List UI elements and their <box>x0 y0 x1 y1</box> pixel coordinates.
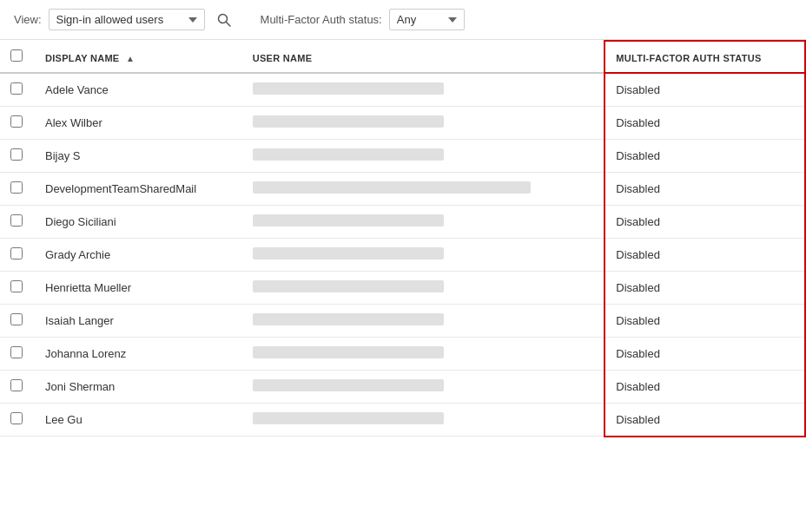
mfa-status-cell: Disabled <box>604 338 805 371</box>
display-name-cell: DevelopmentTeamSharedMail <box>35 173 242 206</box>
row-checkbox-cell <box>0 338 35 371</box>
username-blurred <box>253 379 444 391</box>
mfa-status-cell: Disabled <box>604 73 805 107</box>
mfa-status-cell: Disabled <box>604 107 805 140</box>
mfa-label: Multi-Factor Auth status: <box>261 13 382 26</box>
username-cell <box>242 73 605 107</box>
row-checkbox-cell <box>0 404 35 437</box>
toolbar: View: Sign-in allowed users All users Si… <box>0 0 806 40</box>
username-cell <box>242 272 605 305</box>
username-blurred <box>253 280 444 292</box>
row-checkbox[interactable] <box>10 115 23 128</box>
row-checkbox[interactable] <box>10 313 23 325</box>
header-user-name: USER NAME <box>242 41 605 73</box>
row-checkbox-cell <box>0 239 35 272</box>
table-row: Joni ShermanDisabled <box>0 371 805 404</box>
username-cell <box>242 305 605 338</box>
row-checkbox[interactable] <box>10 148 23 161</box>
header-checkbox-col <box>0 41 35 73</box>
row-checkbox-cell <box>0 371 35 404</box>
row-checkbox[interactable] <box>10 214 23 227</box>
search-button[interactable] <box>212 11 236 29</box>
view-select[interactable]: Sign-in allowed users All users Sign-in … <box>49 9 205 30</box>
mfa-status-select[interactable]: Any Enabled Disabled Enforced <box>389 9 465 30</box>
display-name-cell: Diego Siciliani <box>35 206 242 239</box>
row-checkbox[interactable] <box>10 346 23 358</box>
mfa-status-cell: Disabled <box>604 239 805 272</box>
username-cell <box>242 107 605 140</box>
mfa-status-cell: Disabled <box>604 206 805 239</box>
username-blurred <box>253 346 444 358</box>
row-checkbox-cell <box>0 305 35 338</box>
username-cell <box>242 173 605 206</box>
sort-asc-icon: ▲ <box>126 54 135 63</box>
table-row: Henrietta MuellerDisabled <box>0 272 805 305</box>
username-cell <box>242 338 605 371</box>
select-all-checkbox[interactable] <box>10 49 23 62</box>
row-checkbox-cell <box>0 206 35 239</box>
username-blurred <box>253 115 444 128</box>
row-checkbox[interactable] <box>10 280 23 292</box>
username-cell <box>242 140 605 173</box>
display-name-cell: Henrietta Mueller <box>35 272 242 305</box>
display-name-cell: Lee Gu <box>35 404 242 437</box>
display-name-cell: Adele Vance <box>35 73 242 107</box>
row-checkbox-cell <box>0 73 35 107</box>
mfa-status-cell: Disabled <box>604 272 805 305</box>
display-name-cell: Isaiah Langer <box>35 305 242 338</box>
display-name-cell: Johanna Lorenz <box>35 338 242 371</box>
username-cell <box>242 239 605 272</box>
username-blurred <box>253 181 531 194</box>
mfa-status-cell: Disabled <box>604 305 805 338</box>
header-display-name[interactable]: DISPLAY NAME ▲ <box>35 41 242 73</box>
row-checkbox-cell <box>0 173 35 206</box>
table-body: Adele VanceDisabledAlex WilberDisabledBi… <box>0 73 805 437</box>
username-blurred <box>253 412 444 424</box>
display-name-cell: Bijay S <box>35 140 242 173</box>
table-row: Johanna LorenzDisabled <box>0 338 805 371</box>
row-checkbox-cell <box>0 272 35 305</box>
table-row: DevelopmentTeamSharedMailDisabled <box>0 173 805 206</box>
row-checkbox[interactable] <box>10 412 23 424</box>
username-cell <box>242 404 605 437</box>
mfa-status-cell: Disabled <box>604 173 805 206</box>
view-label: View: <box>14 13 42 26</box>
table-row: Isaiah LangerDisabled <box>0 305 805 338</box>
row-checkbox-cell <box>0 107 35 140</box>
username-cell <box>242 206 605 239</box>
table-row: Diego SicilianiDisabled <box>0 206 805 239</box>
table-header-row: DISPLAY NAME ▲ USER NAME MULTI-FACTOR AU… <box>0 41 805 73</box>
header-mfa-status: MULTI-FACTOR AUTH STATUS <box>604 41 805 73</box>
row-checkbox-cell <box>0 140 35 173</box>
row-checkbox[interactable] <box>10 82 23 95</box>
mfa-status-cell: Disabled <box>604 140 805 173</box>
display-name-cell: Alex Wilber <box>35 107 242 140</box>
mfa-status-cell: Disabled <box>604 371 805 404</box>
table-row: Bijay SDisabled <box>0 140 805 173</box>
username-cell <box>242 371 605 404</box>
users-table: DISPLAY NAME ▲ USER NAME MULTI-FACTOR AU… <box>0 40 806 437</box>
username-blurred <box>253 313 444 325</box>
table-row: Lee GuDisabled <box>0 404 805 437</box>
row-checkbox[interactable] <box>10 379 23 391</box>
row-checkbox[interactable] <box>10 181 23 194</box>
display-name-cell: Grady Archie <box>35 239 242 272</box>
username-blurred <box>253 214 444 227</box>
username-blurred <box>253 82 444 95</box>
search-icon <box>217 13 231 27</box>
table-row: Adele VanceDisabled <box>0 73 805 107</box>
row-checkbox[interactable] <box>10 247 23 259</box>
mfa-status-cell: Disabled <box>604 404 805 437</box>
svg-line-1 <box>226 22 230 26</box>
table-row: Grady ArchieDisabled <box>0 239 805 272</box>
display-name-cell: Joni Sherman <box>35 371 242 404</box>
table-row: Alex WilberDisabled <box>0 107 805 140</box>
users-table-container: DISPLAY NAME ▲ USER NAME MULTI-FACTOR AU… <box>0 40 806 527</box>
username-blurred <box>253 247 444 259</box>
username-blurred <box>253 148 444 161</box>
